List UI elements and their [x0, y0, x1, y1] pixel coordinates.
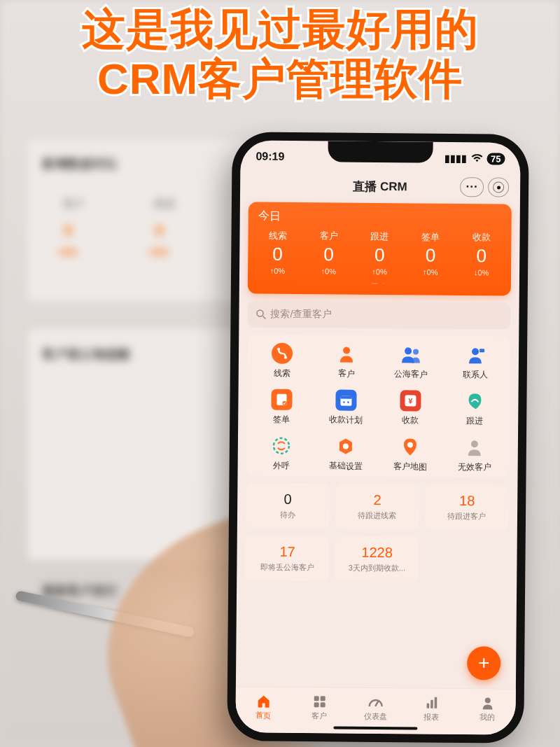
svg-rect-25: [321, 702, 326, 707]
title-bar: 直播 CRM ···: [240, 172, 520, 200]
wifi-icon: [471, 154, 482, 162]
svg-point-7: [472, 348, 479, 355]
phone-frame: 09:19 ▮▮▮▮ 75 直播 CRM ··· 今日 线索0↑0% 客户0↑0…: [227, 132, 529, 743]
leads-icon: [272, 343, 293, 364]
tile-due-payments[interactable]: 12283天内到期收款...: [335, 536, 419, 582]
svg-point-5: [405, 347, 412, 354]
svg-point-19: [343, 444, 349, 449]
tab-dashboard[interactable]: 仪表盘: [347, 688, 403, 729]
settings-icon: [335, 435, 356, 456]
menu-outbound-call[interactable]: 外呼: [249, 435, 314, 472]
status-time: 09:19: [255, 150, 284, 162]
menu-customers[interactable]: 客户: [314, 343, 379, 380]
stat-contracts[interactable]: 签单0↑0%: [405, 230, 456, 277]
svg-point-3: [284, 356, 287, 359]
app-title: 直播 CRM: [353, 178, 407, 195]
chart-icon: [426, 695, 438, 711]
menu-contacts[interactable]: 联系人: [443, 344, 507, 382]
stat-leads[interactable]: 线索0↑0%: [252, 229, 303, 275]
menu-customer-map[interactable]: 客户地图: [378, 436, 442, 473]
miniprogram-menu-button[interactable]: ···: [460, 177, 484, 197]
home-icon: [256, 693, 272, 708]
summary-tiles-row2: 17即将丢公海客户 12283天内到期收款...: [245, 535, 509, 582]
menu-payments[interactable]: ¥收款: [378, 390, 442, 427]
svg-text:¥: ¥: [408, 396, 413, 405]
tab-customers[interactable]: 客户: [291, 687, 347, 728]
tab-home[interactable]: 首页: [235, 687, 291, 727]
menu-grid-card: 线索 客户 公海客户 联系人 签单 收款计划 ¥收款 跟进 外呼 基础设置 客户…: [246, 334, 511, 477]
svg-point-21: [471, 440, 478, 447]
battery-badge: 75: [486, 153, 505, 165]
grid-icon: [314, 694, 326, 709]
phone-notch: [328, 141, 433, 162]
tile-pending-customers[interactable]: 18待跟进客户: [425, 484, 510, 531]
tile-todo[interactable]: 0待办: [246, 482, 330, 529]
map-pin-icon: [400, 436, 421, 457]
stat-payments[interactable]: 收款0↓0%: [456, 231, 507, 277]
stat-followup[interactable]: 跟进0↑0%: [354, 230, 405, 277]
fab-add-button[interactable]: +: [467, 646, 500, 680]
svg-rect-22: [314, 696, 319, 701]
public-pool-icon: [400, 344, 421, 365]
menu-settings[interactable]: 基础设置: [314, 435, 378, 473]
svg-rect-12: [340, 396, 351, 399]
search-input[interactable]: 搜索/查重客户: [247, 300, 510, 329]
tile-pending-leads[interactable]: 2待跟进线索: [335, 483, 420, 529]
today-stats-card[interactable]: 今日 线索0↑0% 客户0↑0% 跟进0↑0% 签单0↑0% 收款0↓0% — …: [248, 202, 512, 295]
svg-point-17: [274, 438, 289, 454]
phone-screen: 09:19 ▮▮▮▮ 75 直播 CRM ··· 今日 线索0↑0% 客户0↑0…: [235, 140, 520, 734]
svg-rect-28: [430, 700, 433, 708]
svg-line-1: [262, 316, 265, 319]
page-indicator: — ·: [252, 274, 507, 287]
svg-rect-27: [427, 704, 430, 708]
signal-icon: ▮▮▮▮: [444, 153, 467, 164]
tab-reports[interactable]: 报表: [403, 688, 459, 729]
svg-point-4: [343, 347, 350, 354]
svg-rect-24: [314, 702, 319, 707]
miniprogram-close-button[interactable]: [488, 177, 509, 197]
svg-rect-23: [321, 696, 326, 701]
menu-leads[interactable]: 线索: [250, 342, 314, 379]
svg-point-13: [343, 401, 345, 403]
svg-point-0: [257, 309, 263, 316]
customer-icon: [336, 343, 357, 364]
gauge-icon: [368, 694, 384, 710]
svg-point-6: [413, 349, 419, 354]
summary-tiles-row1: 0待办 2待跟进线索 18待跟进客户: [246, 482, 510, 530]
menu-public-pool[interactable]: 公海客户: [379, 344, 443, 381]
user-icon: [482, 695, 494, 711]
contacts-icon: [465, 344, 486, 365]
stat-customers[interactable]: 客户0↑0%: [303, 230, 354, 276]
svg-point-30: [485, 697, 491, 703]
overlay-caption: 这是我见过最好用的 CRM客户管理软件: [0, 4, 560, 104]
menu-invalid-customers[interactable]: 无效客户: [442, 437, 507, 474]
search-icon: [255, 309, 266, 319]
followup-icon: [464, 391, 485, 412]
svg-point-14: [347, 401, 349, 403]
svg-line-26: [376, 701, 379, 706]
svg-point-2: [277, 348, 280, 351]
menu-payment-plan[interactable]: 收款计划: [314, 389, 378, 426]
payment-icon: ¥: [400, 390, 421, 411]
menu-followup[interactable]: 跟进: [442, 391, 507, 428]
tile-losing-to-pool[interactable]: 17即将丢公海客户: [245, 535, 330, 581]
svg-rect-8: [479, 349, 484, 352]
today-label: 今日: [253, 209, 507, 231]
payment-plan-icon: [335, 389, 356, 410]
invalid-customer-icon: [464, 437, 485, 458]
menu-contracts[interactable]: 签单: [249, 389, 314, 426]
tab-mine[interactable]: 我的: [459, 689, 515, 729]
contract-icon: [271, 389, 292, 410]
plus-icon: +: [478, 652, 490, 674]
outbound-icon: [271, 435, 292, 456]
svg-rect-29: [435, 697, 438, 708]
search-placeholder: 搜索/查重客户: [270, 308, 332, 321]
svg-point-20: [407, 442, 413, 447]
